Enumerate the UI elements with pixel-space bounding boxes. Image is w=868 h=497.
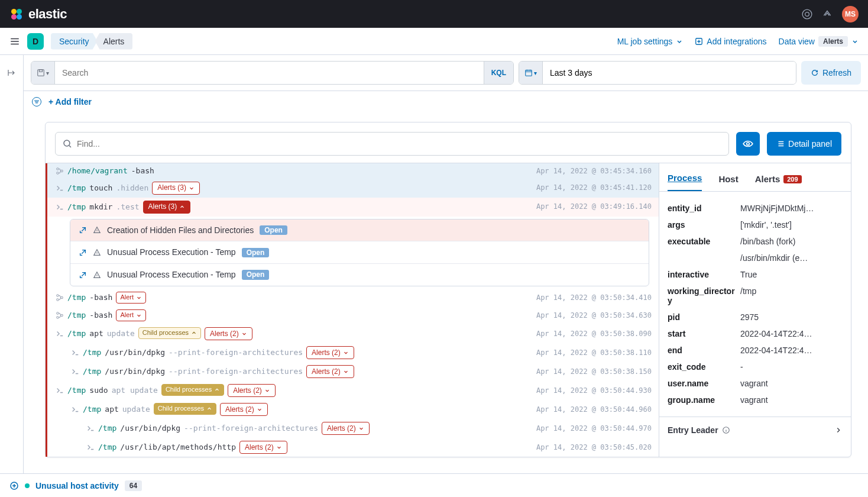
alert-pill[interactable]: Alert	[116, 292, 146, 304]
svg-point-18	[57, 312, 59, 315]
alert-name: Unusual Process Execution - Temp	[107, 247, 236, 257]
date-quick-select[interactable]: ▾	[519, 62, 543, 84]
tab-host[interactable]: Host	[718, 174, 738, 191]
find-box	[55, 132, 729, 156]
search-group: ▾ KQL	[31, 61, 514, 85]
field-key: working_directory	[668, 286, 736, 305]
detail-field: working_directory/tmp	[668, 283, 843, 309]
alerts-pill[interactable]: Alerts (2)	[220, 403, 268, 416]
alert-name: Unusual Process Execution - Temp	[107, 270, 236, 280]
date-range-input[interactable]	[543, 62, 796, 84]
working-dir: /tmp	[83, 348, 101, 357]
alerts-pill[interactable]: Alerts (2)	[205, 327, 252, 340]
process-args: update	[107, 329, 135, 338]
svg-point-14	[61, 170, 63, 172]
process-row[interactable]: /tmp /usr/bin/dpkg --print-foreign-archi…	[47, 419, 659, 438]
newsfeed-icon[interactable]	[822, 9, 833, 20]
process-row[interactable]: /tmp apt update Child processes Alerts (…	[47, 400, 659, 419]
expand-sidebar-icon[interactable]	[7, 68, 17, 78]
add-filter-button[interactable]: + Add filter	[48, 97, 92, 106]
expand-icon[interactable]	[79, 248, 87, 257]
svg-point-17	[61, 296, 63, 299]
alert-name: Creation of Hidden Files and Directories	[107, 225, 254, 235]
alert-pill[interactable]: Alert	[116, 309, 146, 321]
svg-rect-9	[526, 70, 532, 76]
prompt-icon	[56, 184, 64, 192]
process-row[interactable]: /tmp -bash Alert Apr 14, 2022 @ 03:50:34…	[47, 306, 659, 324]
alerts-pill[interactable]: Alerts (2)	[306, 365, 354, 378]
process-row[interactable]: /tmp touch .hidden Alerts (3) Apr 14, 20…	[47, 179, 659, 198]
plus-circle-icon[interactable]	[9, 481, 19, 490]
working-dir: /tmp	[67, 329, 86, 338]
detail-field: /usr/bin/mkdir (e…	[668, 250, 843, 266]
process-row[interactable]: /tmp /usr/bin/dpkg --print-foreign-archi…	[47, 362, 659, 381]
timeline-title[interactable]: Unusual host activity	[35, 481, 119, 490]
process-args: apt update	[112, 386, 158, 395]
add-integrations[interactable]: Add integrations	[695, 37, 766, 46]
find-input[interactable]	[77, 139, 721, 149]
process-row[interactable]: /tmp /usr/bin/dpkg --print-foreign-archi…	[47, 343, 659, 362]
alerts-pill[interactable]: Alerts (2)	[239, 441, 287, 454]
alerts-pill[interactable]: Alerts (2)	[306, 346, 354, 359]
process-args: --print-foreign-architectures	[184, 424, 318, 433]
ml-job-settings[interactable]: ML job settings	[617, 37, 684, 46]
process-cmd: mkdir	[89, 202, 112, 212]
child-processes-pill[interactable]: Child processes	[138, 327, 201, 339]
refresh-button[interactable]: Refresh	[801, 61, 861, 85]
process-cmd: /usr/bin/dpkg	[120, 424, 180, 433]
view-options-button[interactable]	[736, 132, 760, 156]
saved-query-button[interactable]: ▾	[31, 62, 55, 84]
working-dir: /tmp	[83, 367, 101, 376]
sidebar-collapsed	[0, 55, 24, 496]
process-row[interactable]: /tmp -bash Alert Apr 14, 2022 @ 03:50:34…	[47, 289, 659, 306]
search-input[interactable]	[55, 62, 484, 84]
nav-toggle-icon[interactable]	[9, 36, 20, 47]
process-row[interactable]: /home/vagrant -bashApr 14, 2022 @ 03:45:…	[47, 163, 659, 179]
detail-field: start2022-04-14T22:4…	[668, 325, 843, 342]
process-row[interactable]: /tmp apt update Child processes Alerts (…	[47, 324, 659, 343]
timestamp: Apr 14, 2022 @ 03:45:34.160	[536, 167, 652, 175]
tab-process[interactable]: Process	[668, 173, 702, 191]
process-details: entity_idMWRjNjFjMDktMj…args['mkdir', '.…	[659, 192, 851, 417]
expand-icon[interactable]	[79, 226, 87, 234]
svg-point-2	[11, 14, 17, 20]
alert-item[interactable]: Creation of Hidden Files and Directories…	[70, 220, 649, 241]
working-dir: /tmp	[83, 405, 101, 414]
alert-item[interactable]: Unusual Process Execution - TempOpen	[70, 263, 649, 286]
detail-field: entity_idMWRjNjFjMDktMj…	[668, 200, 843, 217]
child-processes-pill[interactable]: Child processes	[154, 403, 216, 415]
child-processes-pill[interactable]: Child processes	[161, 384, 224, 396]
filter-options-icon[interactable]	[32, 97, 41, 106]
breadcrumb-security[interactable]: Security	[51, 33, 98, 50]
alerts-pill[interactable]: Alerts (3)	[152, 182, 200, 195]
alerts-pill[interactable]: Alerts (2)	[228, 384, 276, 397]
prompt-icon	[56, 203, 64, 211]
disk-icon	[37, 69, 45, 77]
alert-item[interactable]: Unusual Process Execution - TempOpen	[70, 241, 649, 263]
process-row[interactable]: /tmp /usr/lib/apt/methods/http Alerts (2…	[47, 438, 659, 457]
tab-alerts[interactable]: Alerts209	[755, 174, 802, 191]
help-icon[interactable]	[802, 9, 812, 20]
process-row[interactable]: /tmp mkdir .test Alerts (3) Apr 14, 2022…	[47, 198, 659, 217]
process-row[interactable]: /tmp sudo apt update Child processes Ale…	[47, 381, 659, 400]
calendar-icon	[524, 69, 533, 77]
detail-panel: Process Host Alerts209 entity_idMWRjNjFj…	[659, 163, 851, 457]
detail-field: args['mkdir', '.test']	[668, 217, 843, 233]
working-dir: /home/vagrant	[67, 166, 128, 176]
data-view-selector[interactable]: Data viewAlerts	[779, 36, 859, 47]
process-cmd: apt	[105, 405, 118, 414]
alerts-pill[interactable]: Alerts (3)	[143, 201, 191, 214]
detail-panel-button[interactable]: Detail panel	[767, 132, 841, 156]
field-key: args	[668, 220, 736, 230]
alerts-pill[interactable]: Alerts (2)	[322, 422, 370, 435]
search-icon	[63, 139, 72, 149]
user-avatar[interactable]: MS	[842, 6, 859, 22]
process-cmd: /usr/bin/dpkg	[105, 348, 165, 357]
expand-icon[interactable]	[79, 271, 87, 279]
timestamp: Apr 14, 2022 @ 03:50:44.960	[536, 405, 652, 414]
space-selector[interactable]: D	[27, 33, 44, 50]
entry-leader-section[interactable]: Entry Leader	[659, 417, 851, 443]
status-badge: Open	[242, 270, 270, 279]
field-value: 2975	[740, 312, 759, 322]
query-language-toggle[interactable]: KQL	[484, 62, 513, 84]
